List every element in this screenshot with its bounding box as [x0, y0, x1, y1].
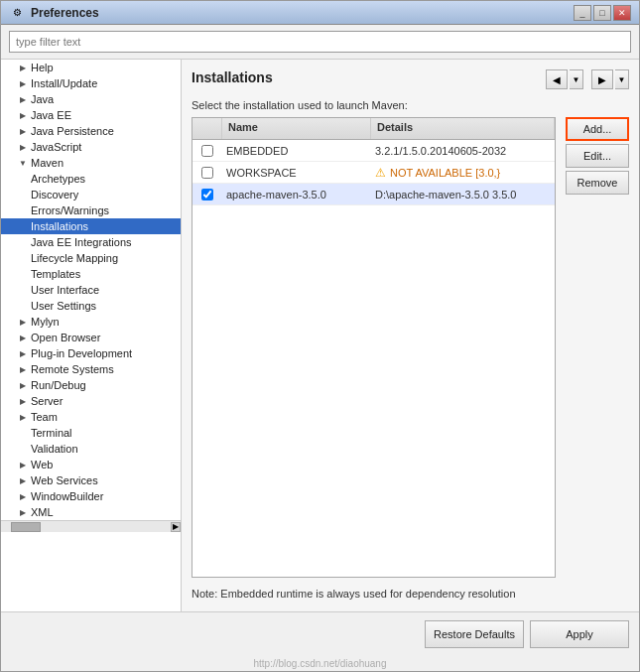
expand-icon: ▼ [17, 157, 29, 169]
sidebar-label: Discovery [29, 189, 78, 201]
expand-icon: ▶ [17, 109, 29, 121]
back-button[interactable]: ◀ [546, 69, 568, 89]
sidebar-label: Archetypes [29, 173, 85, 185]
sidebar-item-validation[interactable]: Validation [1, 441, 181, 457]
sidebar-item-web[interactable]: ▶ Web [1, 457, 181, 472]
scrollbar-thumb[interactable] [11, 522, 41, 532]
sidebar-item-terminal[interactable]: Terminal [1, 425, 181, 441]
watermark: http://blog.csdn.net/diaohuang [1, 656, 639, 671]
sidebar-item-user-settings[interactable]: User Settings [1, 298, 181, 314]
sidebar-item-java[interactable]: ▶ Java [1, 91, 181, 107]
row-details: 3.2.1/1.5.0.20140605-2032 [371, 145, 555, 157]
apache-maven-checkbox[interactable] [201, 189, 213, 201]
sidebar-item-team[interactable]: ▶ Team [1, 409, 181, 425]
embedded-checkbox[interactable] [201, 145, 213, 157]
sidebar-item-run-debug[interactable]: ▶ Run/Debug [1, 377, 181, 393]
sidebar-label: WindowBuilder [29, 490, 103, 502]
add-button[interactable]: Add... [566, 117, 629, 141]
expand-icon: ▶ [17, 93, 29, 105]
sidebar-item-help[interactable]: ▶ Help [1, 60, 181, 75]
sidebar-label: Team [29, 411, 58, 423]
sidebar: ▶ Help ▶ Install/Update ▶ Java ▶ Java EE… [1, 60, 182, 611]
sidebar-label: Maven [29, 157, 64, 169]
workspace-checkbox[interactable] [201, 167, 213, 179]
sidebar-item-mylyn[interactable]: ▶ Mylyn [1, 314, 181, 330]
sidebar-label: XML [29, 506, 54, 518]
expand-icon: ▶ [17, 459, 29, 470]
close-button[interactable]: ✕ [613, 5, 631, 21]
sidebar-item-install-update[interactable]: ▶ Install/Update [1, 75, 181, 91]
sidebar-item-javascript[interactable]: ▶ JavaScript [1, 139, 181, 155]
sidebar-item-window-builder[interactable]: ▶ WindowBuilder [1, 488, 181, 504]
forward-button[interactable]: ▶ [591, 69, 613, 89]
forward-dropdown[interactable]: ▼ [615, 69, 629, 89]
table-row[interactable]: apache-maven-3.5.0 D:\apache-maven-3.5.0… [192, 184, 555, 205]
expand-icon: ▶ [17, 474, 29, 486]
expand-icon: ▶ [17, 332, 29, 343]
preferences-window: ⚙ Preferences _ □ ✕ ▶ Help ▶ Install/Upd… [0, 0, 640, 672]
apply-button[interactable]: Apply [530, 620, 629, 648]
sidebar-label: Java EE Integrations [29, 236, 132, 248]
sidebar-item-xml[interactable]: ▶ XML [1, 504, 181, 520]
sidebar-item-templates[interactable]: Templates [1, 266, 181, 282]
sidebar-h-scrollbar[interactable]: ▶ [1, 520, 181, 532]
sidebar-item-archetypes[interactable]: Archetypes [1, 171, 181, 187]
sidebar-item-java-persistence[interactable]: ▶ Java Persistence [1, 123, 181, 139]
sidebar-item-java-ee-integration[interactable]: Java EE Integrations [1, 234, 181, 250]
bottom-bar: Restore Defaults Apply [1, 611, 639, 656]
sidebar-item-errors-warnings[interactable]: Errors/Warnings [1, 202, 181, 218]
back-dropdown[interactable]: ▼ [570, 69, 583, 89]
sidebar-label: Help [29, 62, 54, 73]
expand-icon: ▶ [17, 62, 29, 73]
sidebar-label: Java EE [29, 109, 71, 121]
note-text: Note: Embedded runtime is always used fo… [192, 586, 629, 603]
sidebar-label: Remote Systems [29, 363, 114, 375]
nav-toolbar: ◀ ▼ ▶ ▼ [546, 69, 629, 89]
filter-input[interactable] [9, 31, 631, 53]
sidebar-item-remote-systems[interactable]: ▶ Remote Systems [1, 361, 181, 377]
expand-icon: ▶ [17, 125, 29, 137]
table-row[interactable]: WORKSPACE ⚠ NOT AVAILABLE [3.0,} [192, 162, 555, 184]
sidebar-item-server[interactable]: ▶ Server [1, 393, 181, 409]
sidebar-item-java-ee[interactable]: ▶ Java EE [1, 107, 181, 123]
row-checkbox[interactable] [192, 167, 222, 179]
filter-bar [1, 25, 639, 60]
right-panel: Installations ◀ ▼ ▶ ▼ Select the install… [182, 60, 639, 611]
sidebar-item-maven[interactable]: ▼ Maven [1, 155, 181, 171]
sidebar-item-open-browser[interactable]: ▶ Open Browser [1, 330, 181, 345]
sidebar-item-lifecycle-mapping[interactable]: Lifecycle Mapping [1, 250, 181, 266]
window-icon: ⚙ [9, 5, 25, 21]
installations-table: Name Details EMBEDDED 3.2.1/1.5.0.201406… [192, 117, 556, 578]
sidebar-label: JavaScript [29, 141, 81, 153]
action-buttons: Add... Edit... Remove [566, 117, 629, 578]
sidebar-label: Installations [29, 220, 88, 232]
table-row[interactable]: EMBEDDED 3.2.1/1.5.0.20140605-2032 [192, 140, 555, 162]
expand-icon: ▶ [17, 141, 29, 153]
th-name: Name [222, 118, 371, 139]
sidebar-label: User Interface [29, 284, 99, 296]
sidebar-label: Java Persistence [29, 125, 114, 137]
row-checkbox[interactable] [192, 145, 222, 157]
sidebar-item-installations[interactable]: Installations [1, 218, 181, 234]
row-checkbox[interactable] [192, 189, 222, 201]
sidebar-item-user-interface[interactable]: User Interface [1, 282, 181, 298]
sidebar-item-discovery[interactable]: Discovery [1, 187, 181, 202]
edit-button[interactable]: Edit... [566, 144, 629, 168]
not-available-text: NOT AVAILABLE [3.0,} [390, 167, 500, 179]
expand-icon: ▶ [17, 490, 29, 502]
sidebar-label: Web Services [29, 474, 98, 486]
sidebar-item-plugin-development[interactable]: ▶ Plug-in Development [1, 345, 181, 361]
restore-defaults-button[interactable]: Restore Defaults [425, 620, 524, 648]
sidebar-label: Install/Update [29, 77, 97, 89]
scroll-right-btn[interactable]: ▶ [171, 522, 181, 532]
row-name: EMBEDDED [222, 145, 371, 157]
minimize-button[interactable]: _ [574, 5, 591, 21]
expand-icon: ▶ [17, 379, 29, 391]
row-name: apache-maven-3.5.0 [222, 189, 371, 201]
sidebar-item-web-services[interactable]: ▶ Web Services [1, 472, 181, 488]
remove-button[interactable]: Remove [566, 171, 629, 195]
sidebar-label: Terminal [29, 427, 72, 439]
sidebar-label: Run/Debug [29, 379, 86, 391]
maximize-button[interactable]: □ [593, 5, 611, 21]
sidebar-label: Templates [29, 268, 80, 280]
